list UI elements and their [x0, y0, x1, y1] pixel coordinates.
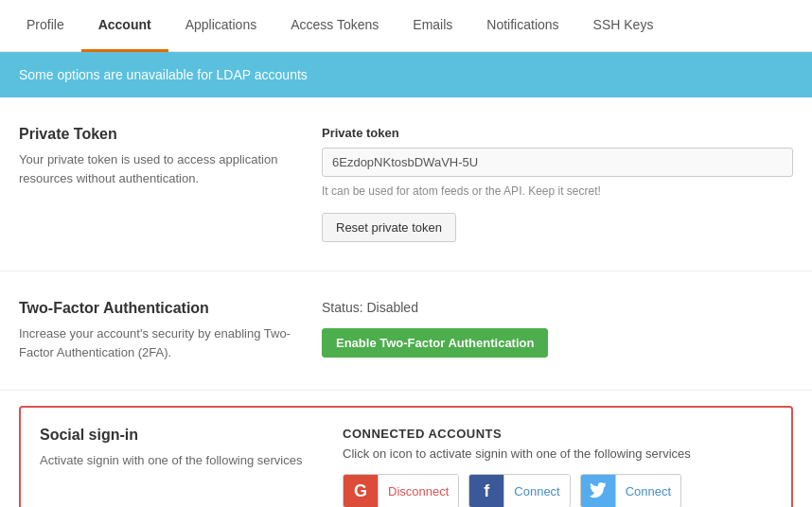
nav-bar: Profile Account Applications Access Toke… — [0, 0, 812, 52]
private-token-title: Private Token — [19, 126, 293, 143]
facebook-icon: f — [469, 475, 503, 507]
social-buttons-container: G Disconnect f Connect Connect — [343, 474, 772, 507]
twitter-icon — [581, 475, 615, 507]
ldap-banner: Some options are unavailable for LDAP ac… — [0, 52, 812, 97]
nav-access-tokens[interactable]: Access Tokens — [274, 0, 396, 52]
private-token-section: Private Token Your private token is used… — [0, 97, 812, 271]
two-factor-desc: Increase your account's security by enab… — [19, 324, 293, 361]
google-icon: G — [344, 475, 378, 507]
nav-notifications[interactable]: Notifications — [469, 0, 575, 52]
social-desc: Activate signin with one of the followin… — [40, 451, 314, 470]
reset-private-token-button[interactable]: Reset private token — [322, 213, 456, 242]
nav-profile[interactable]: Profile — [9, 0, 81, 52]
google-social-button[interactable]: G Disconnect — [343, 474, 459, 507]
private-token-hint: It can be used for atom feeds or the API… — [322, 184, 793, 198]
private-token-field-label: Private token — [322, 126, 793, 140]
twitter-social-button[interactable]: Connect — [580, 474, 681, 507]
two-factor-section: Two-Factor Authentication Increase your … — [0, 271, 812, 391]
two-factor-right: Status: Disabled Enable Two-Factor Authe… — [322, 300, 793, 361]
two-factor-title: Two-Factor Authentication — [19, 300, 293, 317]
social-title: Social sign-in — [40, 427, 314, 444]
nav-applications[interactable]: Applications — [168, 0, 274, 52]
facebook-social-button[interactable]: f Connect — [468, 474, 570, 507]
social-right: Connected Accounts Click on icon to acti… — [343, 427, 772, 507]
two-factor-left: Two-Factor Authentication Increase your … — [19, 300, 322, 361]
private-token-desc: Your private token is used to access app… — [19, 150, 293, 187]
enable-2fa-button[interactable]: Enable Two-Factor Authentication — [322, 328, 548, 358]
social-signin-section: Social sign-in Activate signin with one … — [19, 406, 793, 507]
google-action[interactable]: Disconnect — [378, 475, 458, 507]
two-factor-status: Status: Disabled — [322, 300, 793, 315]
nav-ssh-keys[interactable]: SSH Keys — [576, 0, 671, 52]
private-token-input[interactable] — [322, 148, 793, 177]
nav-account[interactable]: Account — [81, 0, 168, 52]
private-token-right: Private token It can be used for atom fe… — [322, 126, 793, 242]
connected-accounts-title: Connected Accounts — [343, 427, 772, 441]
social-left: Social sign-in Activate signin with one … — [40, 427, 343, 507]
facebook-action[interactable]: Connect — [503, 475, 569, 507]
twitter-action[interactable]: Connect — [615, 475, 680, 507]
nav-emails[interactable]: Emails — [396, 0, 469, 52]
connected-accounts-desc: Click on icon to activate signin with on… — [343, 446, 772, 461]
private-token-left: Private Token Your private token is used… — [19, 126, 322, 242]
